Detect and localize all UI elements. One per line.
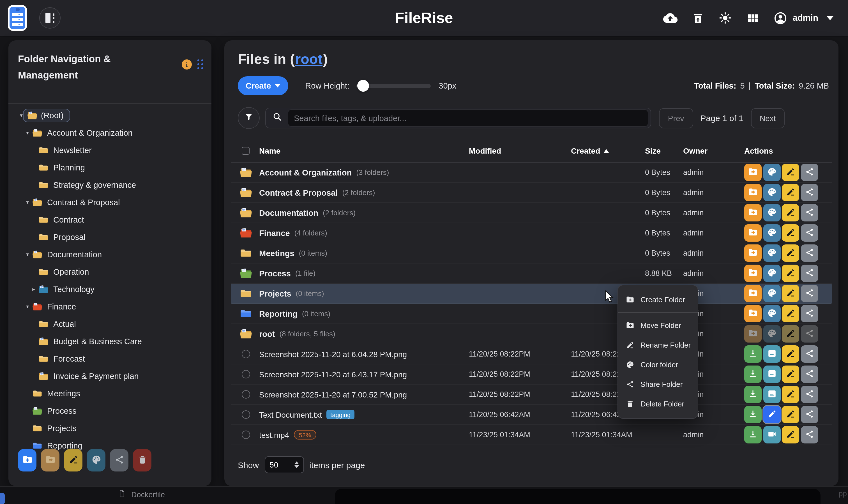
sidebar-folder-operation[interactable]: Operation xyxy=(8,263,211,280)
row-checkbox[interactable] xyxy=(242,370,250,378)
palette-action-button[interactable] xyxy=(763,245,780,262)
menu-item-share-folder[interactable]: Share Folder xyxy=(618,375,698,394)
folder-name[interactable]: Process xyxy=(259,269,291,278)
palette-action-button[interactable] xyxy=(763,224,780,241)
move-folder-button[interactable] xyxy=(41,449,59,471)
share-action-button[interactable] xyxy=(801,406,818,423)
rename-action-button[interactable] xyxy=(782,305,799,322)
column-header-modified[interactable]: Modified xyxy=(469,146,501,155)
color-folder-button[interactable] xyxy=(87,449,105,471)
table-row-screenshot-2025-11-20-at-6-43-17-pm-png[interactable]: Screenshot 2025-11-20 at 6.43.17 PM.png1… xyxy=(231,364,832,384)
file-name[interactable]: Screenshot 2025-11-20 at 6.04.28 PM.png xyxy=(259,349,407,359)
palette-action-button[interactable] xyxy=(763,204,780,221)
column-header-actions[interactable]: Actions xyxy=(744,146,773,155)
move-action-button[interactable] xyxy=(744,224,762,241)
rename-action-button[interactable] xyxy=(782,365,799,383)
table-row-process[interactable]: Process(1 file)8.88 KBadmin xyxy=(231,264,832,284)
rename-action-button[interactable] xyxy=(782,325,799,343)
tree-caret-icon[interactable]: ▾ xyxy=(25,251,30,257)
folder-name[interactable]: Documentation xyxy=(259,208,318,217)
image-action-button[interactable] xyxy=(763,365,780,383)
row-checkbox[interactable] xyxy=(242,431,250,439)
rename-action-button[interactable] xyxy=(782,345,799,363)
share-action-button[interactable] xyxy=(801,325,818,343)
folder-name[interactable]: Reporting xyxy=(259,309,298,318)
rename-action-button[interactable] xyxy=(782,386,799,403)
table-row-screenshot-2025-11-20-at-7-00-52-pm-png[interactable]: Screenshot 2025-11-20 at 7.00.52 PM.png1… xyxy=(231,384,832,405)
sidebar-folder-invoice-payment-plan[interactable]: Invoice & Payment plan xyxy=(8,367,211,384)
rename-action-button[interactable] xyxy=(782,224,799,241)
table-row-contract-proposal[interactable]: Contract & Proposal(2 folders)0 Bytesadm… xyxy=(231,183,832,203)
menu-item-rename-folder[interactable]: Rename Folder xyxy=(618,335,698,355)
palette-action-button[interactable] xyxy=(763,325,780,343)
column-header-size[interactable]: Size xyxy=(645,146,661,155)
prev-page-button[interactable]: Prev xyxy=(659,108,693,128)
root-breadcrumb-link[interactable]: root xyxy=(295,51,322,67)
grid-view-icon[interactable] xyxy=(746,11,760,25)
sidebar-folder-planning[interactable]: Planning xyxy=(8,159,211,176)
rename-action-button[interactable] xyxy=(782,184,799,201)
sidebar-folder-forecast[interactable]: Forecast xyxy=(8,350,211,367)
share-action-button[interactable] xyxy=(801,204,818,221)
share-action-button[interactable] xyxy=(801,265,818,282)
table-row-documentation[interactable]: Documentation(2 folders)0 Bytesadmin xyxy=(231,203,832,223)
row-checkbox[interactable] xyxy=(242,350,250,358)
tree-caret-icon[interactable]: ▾ xyxy=(25,199,30,205)
row-height-slider[interactable] xyxy=(356,84,431,88)
sidebar-folder-newsletter[interactable]: Newsletter xyxy=(8,141,211,159)
move-action-button[interactable] xyxy=(744,325,762,343)
table-row-test-mp4[interactable]: test.mp452%11/23/25 01:34AM11/23/25 01:3… xyxy=(231,425,832,445)
file-name[interactable]: Text Document.txt xyxy=(259,410,322,419)
filter-button[interactable] xyxy=(238,107,260,129)
rename-action-button[interactable] xyxy=(782,164,799,181)
move-action-button[interactable] xyxy=(744,204,762,221)
edit-action-button[interactable] xyxy=(763,406,780,423)
table-row-meetings[interactable]: Meetings(0 items)0 Bytesadmin xyxy=(231,243,832,264)
image-action-button[interactable] xyxy=(763,386,780,403)
user-menu[interactable]: admin xyxy=(773,11,833,25)
rename-action-button[interactable] xyxy=(782,265,799,282)
rename-action-button[interactable] xyxy=(782,245,799,262)
tree-caret-icon[interactable]: ▸ xyxy=(31,286,36,292)
rename-action-button[interactable] xyxy=(782,406,799,423)
column-header-name[interactable]: Name xyxy=(259,146,280,155)
download-action-button[interactable] xyxy=(744,386,762,403)
folder-name[interactable]: Contract & Proposal xyxy=(259,188,338,197)
file-name[interactable]: Screenshot 2025-11-20 at 6.43.17 PM.png xyxy=(259,370,407,379)
sidebar-toggle-button[interactable] xyxy=(39,7,60,29)
palette-action-button[interactable] xyxy=(763,164,780,181)
move-action-button[interactable] xyxy=(744,164,762,181)
share-folder-button[interactable] xyxy=(110,449,128,471)
info-icon[interactable]: i xyxy=(182,59,192,70)
palette-action-button[interactable] xyxy=(763,265,780,282)
download-action-button[interactable] xyxy=(744,426,762,444)
share-action-button[interactable] xyxy=(801,184,818,201)
menu-item-delete-folder[interactable]: Delete Folder xyxy=(618,394,698,414)
share-action-button[interactable] xyxy=(801,365,818,383)
row-checkbox[interactable] xyxy=(242,390,250,399)
next-page-button[interactable]: Next xyxy=(751,108,785,128)
sidebar-folder-account-organization[interactable]: ▾Account & Organization xyxy=(8,124,211,141)
tree-caret-icon[interactable]: ▾ xyxy=(18,112,24,118)
share-action-button[interactable] xyxy=(801,345,818,363)
download-action-button[interactable] xyxy=(744,345,762,363)
sidebar-folder-technology[interactable]: ▸Technology xyxy=(8,280,211,298)
sidebar-folder-budget-business-care[interactable]: Budget & Business Care xyxy=(8,332,211,350)
move-action-button[interactable] xyxy=(744,245,762,262)
download-action-button[interactable] xyxy=(744,406,762,423)
table-row-root[interactable]: root(8 folders, 5 files)admin xyxy=(231,324,832,344)
search-input[interactable] xyxy=(288,109,648,127)
move-action-button[interactable] xyxy=(744,265,762,282)
sidebar-folder-process[interactable]: Process xyxy=(8,402,211,419)
column-header-owner[interactable]: Owner xyxy=(683,146,707,155)
move-action-button[interactable] xyxy=(744,305,762,322)
rename-action-button[interactable] xyxy=(782,204,799,221)
sidebar-folder-finance[interactable]: ▾Finance xyxy=(8,298,211,315)
rename-action-button[interactable] xyxy=(782,426,799,444)
menu-item-create-folder[interactable]: Create Folder xyxy=(618,290,698,309)
items-per-page-select[interactable]: 50 xyxy=(264,456,304,473)
palette-action-button[interactable] xyxy=(763,184,780,201)
folder-name[interactable]: Account & Organization xyxy=(259,168,352,177)
menu-item-move-folder[interactable]: Move Folder xyxy=(618,316,698,335)
table-row-projects[interactable]: Projects(0 items)0 Bytesadmin xyxy=(231,284,832,304)
